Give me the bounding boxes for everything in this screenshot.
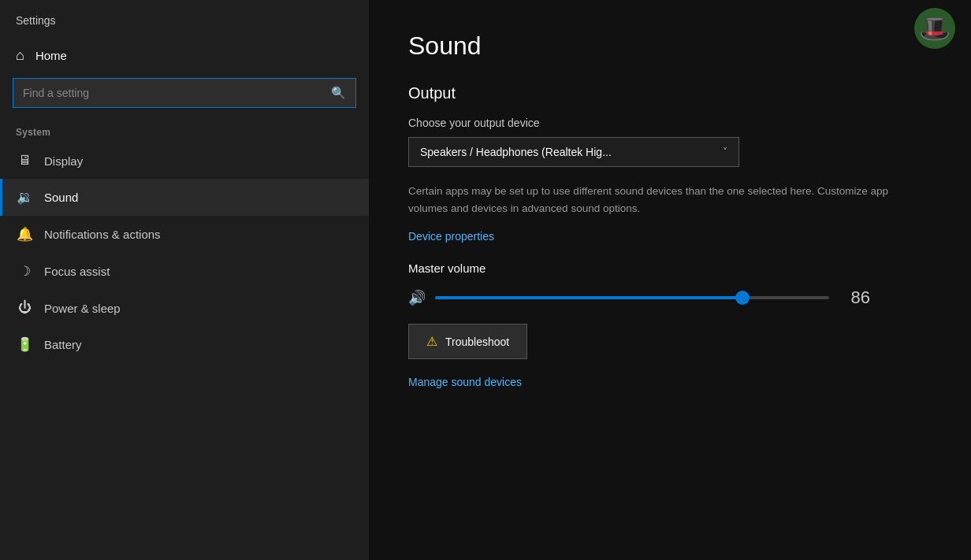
- search-box: 🔍: [13, 78, 356, 108]
- battery-icon: 🔋: [16, 336, 33, 353]
- sidebar-item-display[interactable]: 🖥 Display: [0, 143, 369, 179]
- power-icon: ⏻: [16, 300, 33, 316]
- sound-icon: 🔉: [16, 189, 33, 206]
- output-device-value: Speakers / Headphones (Realtek Hig...: [420, 146, 612, 158]
- volume-icon: 🔊: [408, 289, 426, 306]
- sidebar-item-battery-label: Battery: [44, 338, 82, 351]
- avatar: 🎩: [914, 8, 955, 49]
- sidebar-item-notifications-label: Notifications & actions: [44, 228, 161, 241]
- volume-value: 86: [839, 287, 870, 308]
- sidebar-item-power-label: Power & sleep: [44, 302, 121, 315]
- focus-icon: ☽: [16, 263, 33, 280]
- output-section-title: Output: [408, 84, 932, 102]
- manage-sound-devices-link[interactable]: Manage sound devices: [408, 376, 522, 388]
- slider-track: [435, 296, 829, 299]
- volume-slider-container[interactable]: [435, 290, 829, 306]
- sidebar-item-focus-label: Focus assist: [44, 265, 110, 278]
- system-section-label: System: [0, 121, 369, 143]
- slider-fill: [435, 296, 742, 299]
- sidebar: Settings ⌂ Home 🔍 System 🖥 Display 🔉 Sou…: [0, 0, 369, 560]
- master-volume-label: Master volume: [408, 261, 932, 275]
- sidebar-item-display-label: Display: [44, 154, 83, 168]
- warning-icon: ⚠: [426, 334, 437, 349]
- choose-output-label: Choose your output device: [408, 117, 932, 129]
- avatar-emoji: 🎩: [919, 13, 951, 43]
- sidebar-item-battery[interactable]: 🔋 Battery: [0, 326, 369, 363]
- troubleshoot-button[interactable]: ⚠ Troubleshoot: [408, 324, 527, 359]
- search-button[interactable]: 🔍: [322, 80, 355, 106]
- sidebar-item-power[interactable]: ⏻ Power & sleep: [0, 290, 369, 326]
- app-title: Settings: [0, 0, 369, 39]
- device-properties-link[interactable]: Device properties: [408, 230, 494, 243]
- sidebar-item-sound[interactable]: 🔉 Sound: [0, 179, 369, 216]
- notifications-icon: 🔔: [16, 226, 33, 243]
- sidebar-item-sound-label: Sound: [44, 191, 78, 204]
- home-icon: ⌂: [16, 47, 24, 64]
- sidebar-home-button[interactable]: ⌂ Home: [0, 39, 369, 72]
- page-title: Sound: [408, 32, 932, 61]
- sidebar-item-notifications[interactable]: 🔔 Notifications & actions: [0, 216, 369, 253]
- chevron-down-icon: ˅: [723, 146, 727, 158]
- home-label: Home: [35, 49, 67, 62]
- volume-row: 🔊 86: [408, 287, 932, 308]
- search-input[interactable]: [13, 79, 322, 107]
- sidebar-item-focus[interactable]: ☽ Focus assist: [0, 253, 369, 290]
- main-content: 🎩 Sound Output Choose your output device…: [369, 0, 971, 560]
- display-icon: 🖥: [16, 153, 33, 169]
- output-info-text: Certain apps may be set up to use differ…: [408, 183, 928, 217]
- output-device-dropdown[interactable]: Speakers / Headphones (Realtek Hig... ˅: [408, 137, 739, 167]
- troubleshoot-label: Troubleshoot: [445, 336, 509, 348]
- slider-thumb[interactable]: [735, 291, 750, 305]
